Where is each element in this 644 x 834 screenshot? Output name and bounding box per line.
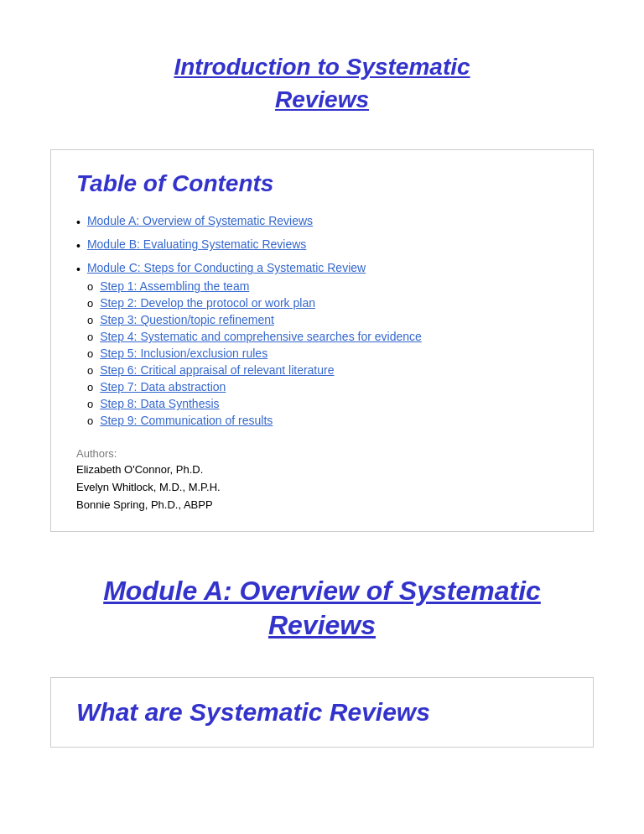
- author-1: Elizabeth O'Connor, Ph.D.: [76, 461, 568, 479]
- toc-subitem-step1: Step 1: Assembling the team: [87, 279, 422, 293]
- module-a-title: Module A: Overview of Systematic Reviews: [50, 574, 594, 644]
- module-a-link[interactable]: Module A: Overview of Systematic Reviews: [103, 576, 541, 641]
- toc-sublist: Step 1: Assembling the team Step 2: Deve…: [87, 279, 422, 430]
- toc-link-step9[interactable]: Step 9: Communication of results: [100, 414, 273, 427]
- toc-list: Module A: Overview of Systematic Reviews…: [76, 214, 568, 430]
- toc-link-step1[interactable]: Step 1: Assembling the team: [100, 279, 249, 293]
- toc-link-step3[interactable]: Step 3: Question/topic refinement: [100, 313, 274, 326]
- what-are-box: What are Systematic Reviews: [50, 677, 594, 748]
- author-3: Bonnie Spring, Ph.D., ABPP: [76, 497, 568, 514]
- toc-link-module-b[interactable]: Module B: Evaluating Systematic Reviews: [87, 237, 306, 251]
- main-title-line1: Introduction to Systematic: [174, 54, 470, 80]
- toc-link-step6[interactable]: Step 6: Critical appraisal of relevant l…: [100, 363, 334, 377]
- toc-link-module-c[interactable]: Module C: Steps for Conducting a Systema…: [87, 261, 422, 274]
- module-a-title-line1: Module A: Overview of Systematic: [103, 576, 541, 606]
- main-title-link[interactable]: Introduction to Systematic Reviews: [174, 54, 470, 112]
- toc-subitem-step8: Step 8: Data Synthesis: [87, 397, 422, 410]
- toc-link-step4[interactable]: Step 4: Systematic and comprehensive sea…: [100, 330, 422, 343]
- toc-subitem-step9: Step 9: Communication of results: [87, 414, 422, 427]
- authors-section: Authors: Elizabeth O'Connor, Ph.D. Evely…: [76, 447, 568, 513]
- toc-subitem-step6: Step 6: Critical appraisal of relevant l…: [87, 363, 422, 377]
- toc-link-step7[interactable]: Step 7: Data abstraction: [100, 380, 226, 394]
- toc-item-module-a: Module A: Overview of Systematic Reviews: [76, 214, 568, 229]
- toc-subitem-step2: Step 2: Develop the protocol or work pla…: [87, 296, 422, 310]
- author-2: Evelyn Whitlock, M.D., M.P.H.: [76, 479, 568, 497]
- toc-item-module-c: Module C: Steps for Conducting a Systema…: [76, 261, 568, 430]
- main-title-line2: Reviews: [275, 86, 369, 112]
- toc-link-step5[interactable]: Step 5: Inclusion/exclusion rules: [100, 347, 267, 360]
- authors-label: Authors:: [76, 447, 568, 460]
- toc-link-module-a[interactable]: Module A: Overview of Systematic Reviews: [87, 214, 313, 227]
- toc-box: Table of Contents Module A: Overview of …: [50, 149, 594, 531]
- toc-subitem-step4: Step 4: Systematic and comprehensive sea…: [87, 330, 422, 343]
- toc-link-step2[interactable]: Step 2: Develop the protocol or work pla…: [100, 296, 315, 310]
- toc-item-module-b: Module B: Evaluating Systematic Reviews: [76, 237, 568, 253]
- main-title: Introduction to Systematic Reviews: [50, 50, 594, 116]
- toc-subitem-step7: Step 7: Data abstraction: [87, 380, 422, 394]
- toc-link-step8[interactable]: Step 8: Data Synthesis: [100, 397, 219, 410]
- toc-subitem-step5: Step 5: Inclusion/exclusion rules: [87, 347, 422, 360]
- toc-subitem-step3: Step 3: Question/topic refinement: [87, 313, 422, 326]
- page-container: Introduction to Systematic Reviews Table…: [0, 0, 644, 781]
- what-are-title: What are Systematic Reviews: [76, 698, 568, 727]
- module-a-title-line2: Reviews: [268, 610, 376, 640]
- toc-title: Table of Contents: [76, 170, 568, 197]
